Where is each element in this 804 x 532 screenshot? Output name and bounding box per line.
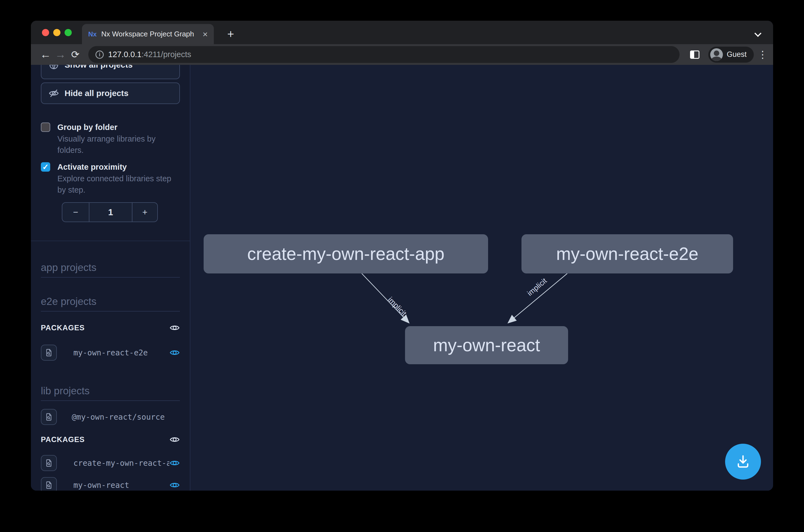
tab-strip: Nx Nx Workspace Project Graph × +: [31, 21, 773, 44]
activate-proximity-description: Explore connected libraries step by step…: [57, 173, 180, 196]
visibility-eye-icon[interactable]: [169, 458, 180, 468]
activate-proximity-option: ✓ Activate proximity Explore connected l…: [41, 162, 180, 196]
download-icon: [735, 454, 751, 470]
back-button[interactable]: ←: [38, 48, 53, 61]
tab-close-icon[interactable]: ×: [203, 30, 208, 39]
increment-button[interactable]: +: [132, 203, 157, 222]
zoom-window-button[interactable]: [64, 29, 72, 36]
focus-project-button[interactable]: [41, 345, 57, 361]
side-panel-icon[interactable]: [690, 51, 700, 59]
profile-label: Guest: [727, 50, 747, 59]
globe-icon: [49, 65, 59, 70]
minimize-window-button[interactable]: [53, 29, 60, 36]
tab-title: Nx Workspace Project Graph: [101, 30, 198, 38]
reload-button[interactable]: ⟳: [68, 49, 83, 60]
nx-logo-icon: Nx: [88, 30, 97, 39]
visibility-eye-icon[interactable]: [169, 347, 180, 358]
group-by-folder-checkbox[interactable]: [41, 122, 50, 132]
focus-project-button[interactable]: [41, 477, 57, 491]
site-info-icon[interactable]: i: [95, 51, 104, 59]
group-by-folder-option: Group by folder Visually arrange librari…: [41, 122, 180, 156]
graph-node-my-own-react[interactable]: my-own-react: [405, 326, 568, 364]
eye-off-icon: [49, 88, 59, 98]
project-name[interactable]: my-own-react: [73, 481, 169, 490]
new-tab-button[interactable]: +: [224, 27, 237, 41]
file-search-icon: [44, 459, 53, 468]
browser-toolbar: ← → ⟳ i 127.0.0.1:4211/projects Guest ⋮: [31, 44, 773, 65]
download-graph-button[interactable]: [725, 444, 761, 479]
proximity-depth-stepper: − 1 +: [62, 202, 158, 222]
toggle-all-eye-icon[interactable]: [169, 323, 180, 333]
project-graph-canvas[interactable]: implicit implicit create-my-own-react-ap…: [190, 65, 773, 491]
project-name[interactable]: my-own-react-e2e: [73, 348, 169, 357]
graph-node-create-my-own-react-app[interactable]: create-my-own-react-app: [204, 234, 488, 273]
focus-project-button[interactable]: [41, 409, 57, 425]
graph-node-my-own-react-e2e[interactable]: my-own-react-e2e: [521, 234, 733, 273]
project-row-my-own-react: my-own-react: [41, 475, 180, 491]
show-all-projects-label: Show all projects: [64, 65, 133, 70]
url-host: 127.0.0.1: [108, 50, 141, 59]
file-search-icon: [44, 481, 53, 490]
browser-tab[interactable]: Nx Nx Workspace Project Graph ×: [82, 24, 214, 44]
group-by-folder-description: Visually arrange libraries by folders.: [57, 133, 180, 156]
chevron-down-icon[interactable]: [755, 31, 761, 37]
url-text: 127.0.0.1:4211/projects: [108, 50, 191, 59]
proximity-depth-value[interactable]: 1: [90, 203, 132, 222]
graph-edges: implicit implicit: [190, 65, 773, 491]
activate-proximity-label: Activate proximity: [57, 162, 180, 172]
file-search-icon: [44, 348, 53, 357]
sidebar-divider: [31, 241, 190, 241]
close-window-button[interactable]: [42, 29, 49, 36]
show-all-projects-button[interactable]: Show all projects: [41, 65, 180, 79]
lib-packages-header-row: PACKAGES: [41, 433, 180, 446]
page-content: Show all projects Hide all projects Grou…: [31, 65, 773, 491]
sidebar: Show all projects Hide all projects Grou…: [31, 65, 190, 491]
file-search-icon: [44, 413, 53, 421]
focus-project-button[interactable]: [41, 455, 57, 471]
visibility-eye-icon[interactable]: [169, 480, 180, 490]
menu-kebab-icon[interactable]: ⋮: [758, 49, 766, 60]
profile-button[interactable]: Guest: [708, 46, 754, 63]
e2e-packages-header-row: PACKAGES: [41, 321, 180, 334]
section-app-projects: app projects: [41, 262, 180, 278]
forward-button[interactable]: →: [53, 48, 68, 61]
activate-proximity-checkbox[interactable]: ✓: [41, 162, 50, 172]
hide-all-projects-label: Hide all projects: [64, 89, 129, 98]
project-row-my-own-react-e2e: my-own-react-e2e: [41, 342, 180, 363]
avatar-icon: [710, 48, 723, 61]
project-row-my-own-react-source: @my-own-react/source: [41, 406, 180, 428]
project-name[interactable]: create-my-own-react-app: [73, 459, 169, 468]
decrement-button[interactable]: −: [62, 203, 90, 222]
project-row-create-my-own-react-app: create-my-own-react-app: [41, 453, 180, 474]
toggle-all-eye-icon[interactable]: [169, 434, 180, 445]
edge-label-implicit: implicit: [525, 277, 549, 298]
section-lib-projects: lib projects: [41, 385, 180, 401]
address-bar[interactable]: i 127.0.0.1:4211/projects: [88, 46, 679, 63]
browser-window: Nx Nx Workspace Project Graph × + ← → ⟳ …: [31, 21, 773, 491]
url-path: :4211/projects: [141, 50, 191, 59]
edge-label-implicit: implicit: [386, 296, 408, 318]
project-name[interactable]: @my-own-react/source: [72, 413, 180, 422]
hide-all-projects-button[interactable]: Hide all projects: [41, 82, 180, 104]
section-e2e-projects: e2e projects: [41, 296, 180, 311]
group-by-folder-label: Group by folder: [57, 122, 180, 133]
traffic-lights: [42, 29, 72, 36]
packages-header: PACKAGES: [41, 435, 85, 444]
packages-header: PACKAGES: [41, 324, 85, 332]
